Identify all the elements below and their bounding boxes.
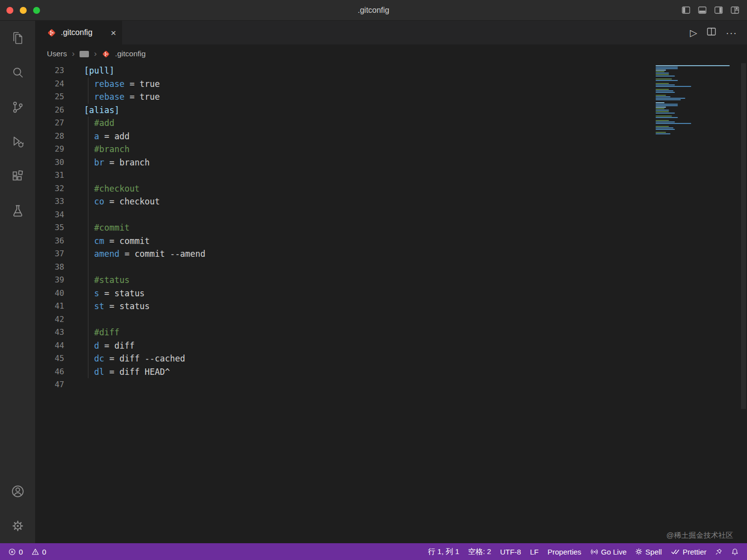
line-number[interactable]: 42 — [35, 313, 64, 326]
code-line[interactable]: 24 rebase = true — [35, 78, 747, 91]
code-line[interactable]: 27 #add — [35, 117, 747, 130]
line-number[interactable]: 29 — [35, 143, 64, 156]
close-button[interactable] — [6, 7, 13, 14]
line-number[interactable]: 35 — [35, 221, 64, 235]
minimap-line — [656, 104, 678, 105]
cursor-position[interactable]: 行 1, 列 1 — [423, 543, 463, 560]
line-number[interactable]: 36 — [35, 235, 64, 248]
line-number[interactable]: 27 — [35, 117, 64, 130]
toggle-secondary-sidebar-icon[interactable] — [714, 6, 723, 14]
code-line[interactable]: 44 d = diff — [35, 339, 747, 353]
line-number[interactable]: 43 — [35, 326, 64, 339]
minimap-line — [656, 121, 675, 122]
code-line[interactable]: 43 #diff — [35, 326, 747, 339]
code-line[interactable]: 30 br = branch — [35, 156, 747, 169]
code-text — [64, 313, 84, 326]
run-code-icon[interactable]: ▷ — [690, 27, 697, 39]
line-number[interactable]: 41 — [35, 300, 64, 313]
code-line[interactable]: 42 — [35, 313, 747, 326]
line-number[interactable]: 31 — [35, 169, 64, 182]
explorer-icon[interactable] — [0, 21, 35, 55]
code-text: dl = diff HEAD^ — [64, 365, 170, 379]
toggle-panel-icon[interactable] — [698, 6, 706, 14]
line-number[interactable]: 33 — [35, 195, 64, 208]
code-line[interactable]: 38 — [35, 261, 747, 274]
code-line[interactable]: 36 cm = commit — [35, 235, 747, 248]
line-number[interactable]: 45 — [35, 352, 64, 365]
line-number[interactable]: 46 — [35, 365, 64, 379]
code-line[interactable]: 25 rebase = true — [35, 90, 747, 104]
scrollbar[interactable] — [740, 63, 747, 543]
code-line[interactable]: 33 co = checkout — [35, 195, 747, 208]
line-number[interactable]: 40 — [35, 287, 64, 300]
line-number[interactable]: 38 — [35, 261, 64, 274]
minimap[interactable] — [656, 65, 737, 135]
prettier[interactable]: Prettier — [666, 543, 711, 560]
line-number[interactable]: 39 — [35, 274, 64, 287]
extensions-icon[interactable] — [0, 159, 35, 194]
code-line[interactable]: 41 st = status — [35, 300, 747, 313]
tab-gitconfig[interactable]: .gitconfig × — [35, 21, 122, 44]
code-line[interactable]: 23[pull] — [35, 64, 747, 78]
line-number[interactable]: 44 — [35, 339, 64, 353]
testing-icon[interactable] — [0, 194, 35, 228]
breadcrumb-root[interactable]: Users — [47, 49, 67, 58]
more-actions-icon[interactable]: ··· — [726, 27, 737, 39]
line-number[interactable]: 30 — [35, 156, 64, 169]
encoding[interactable]: UTF-8 — [496, 543, 526, 560]
go-live-label: Go Live — [601, 548, 627, 556]
line-number[interactable]: 26 — [35, 104, 64, 117]
eol[interactable]: LF — [526, 543, 543, 560]
notifications[interactable] — [727, 543, 743, 560]
code-line[interactable]: 35 #commit — [35, 221, 747, 235]
minimize-button[interactable] — [20, 7, 27, 14]
source-control-icon[interactable] — [0, 90, 35, 124]
code-line[interactable]: 45 dc = diff --cached — [35, 352, 747, 365]
code-line[interactable]: 31 — [35, 169, 747, 182]
line-number[interactable]: 24 — [35, 78, 64, 91]
line-number[interactable]: 32 — [35, 182, 64, 196]
code-text: #commit — [64, 221, 129, 235]
code-line[interactable]: 47 — [35, 378, 747, 392]
feedback-pin[interactable] — [711, 543, 727, 560]
code-line[interactable]: 40 s = status — [35, 287, 747, 300]
window-title: .gitconfig — [358, 6, 389, 15]
settings-gear-icon[interactable] — [0, 509, 35, 543]
editor[interactable]: 23[pull]24 rebase = true25 rebase = true… — [35, 63, 747, 543]
tab-close-icon[interactable]: × — [111, 28, 116, 38]
line-number[interactable]: 23 — [35, 64, 64, 78]
accounts-icon[interactable] — [0, 474, 35, 509]
toggle-primary-sidebar-icon[interactable] — [682, 6, 690, 14]
indentation[interactable]: 空格: 2 — [464, 543, 496, 560]
zoom-button[interactable] — [33, 7, 40, 14]
code-line[interactable]: 32 #checkout — [35, 182, 747, 196]
code-line[interactable]: 46 dl = diff HEAD^ — [35, 365, 747, 379]
run-and-debug-icon[interactable] — [0, 124, 35, 159]
line-number[interactable]: 34 — [35, 208, 64, 222]
code-text: d = diff — [64, 339, 134, 353]
code-line[interactable]: 26[alias] — [35, 104, 747, 117]
search-icon[interactable] — [0, 55, 35, 90]
go-live[interactable]: Go Live — [586, 543, 631, 560]
code-text: #status — [64, 274, 129, 287]
split-editor-icon[interactable] — [707, 28, 716, 38]
customize-layout-icon[interactable] — [731, 6, 739, 14]
language-mode[interactable]: Properties — [543, 543, 585, 560]
code-text: cm = commit — [64, 235, 150, 248]
line-number[interactable]: 37 — [35, 247, 64, 261]
code-line[interactable]: 34 — [35, 208, 747, 222]
spell-checker[interactable]: Spell — [631, 543, 666, 560]
breadcrumb-folder-redacted[interactable] — [80, 51, 89, 57]
code-line[interactable]: 37 amend = commit --amend — [35, 247, 747, 261]
code-line[interactable]: 29 #branch — [35, 143, 747, 156]
line-number[interactable]: 28 — [35, 130, 64, 143]
scrollbar-thumb[interactable] — [741, 63, 746, 409]
breadcrumb-file[interactable]: .gitconfig — [115, 49, 146, 58]
error-count[interactable]: 0 — [4, 543, 27, 560]
minimap-line — [656, 89, 669, 90]
code-line[interactable]: 39 #status — [35, 274, 747, 287]
code-line[interactable]: 28 a = add — [35, 130, 747, 143]
line-number[interactable]: 47 — [35, 378, 64, 392]
warning-count[interactable]: 0 — [27, 543, 50, 560]
line-number[interactable]: 25 — [35, 90, 64, 104]
